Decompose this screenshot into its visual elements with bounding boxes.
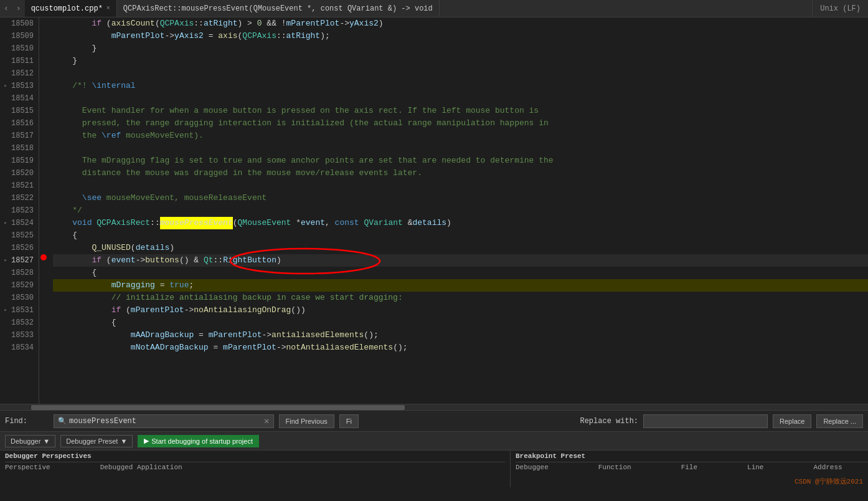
ln-18518: 18518 [2,142,34,155]
code-line-18525: { [53,229,868,242]
code-line-18533: mAADragBackup = mParentPlot->antialiased… [53,329,868,341]
breakpoint-dot-18527 [40,254,47,260]
find-input[interactable] [69,417,262,426]
start-debug-label: Start debugging of startup project [151,437,253,445]
code-editor[interactable]: if (axisCount(QCPAxis::atRight) > 0 && !… [48,17,868,404]
debugger-label: Debugger [11,437,40,445]
play-icon: ▶ [144,437,149,445]
debugger-bar: Debugger ▼ Debugger Preset ▼ ▶ Start deb… [0,431,868,450]
perspectives-tabs: Perspective Debugged Application [5,462,505,472]
editor-wrapper: 18508 18509 18510 18511 18512 ▸18513 185… [0,17,868,404]
debugger-preset-label: Debugger Preset [66,437,118,445]
ln-18521: 18521 [2,179,34,192]
nav-forward[interactable]: › [12,4,25,13]
tab-bar: ‹ › qcustomplot.cpp* × QCPAxisRect::mous… [0,0,868,17]
ln-18525: 18525 [2,229,34,242]
code-line-18517: the \ref mouseMoveEvent). [53,130,868,142]
ln-18520: 18520 [2,167,34,179]
code-line-18524: void QCPAxisRect::mousePressEvent(QMouse… [53,217,868,229]
tab-mousepressevent[interactable]: QCPAxisRect::mousePressEvent(QMouseEvent… [117,0,440,17]
ln-18534: 18534 [2,341,34,354]
code-line-18513: /*! \internal [53,80,868,92]
find-bar: Find: 🔍 ✕ Find Previous Fi Replace with:… [0,410,868,431]
code-line-18510: } [53,42,868,55]
col-function: Function [598,464,631,471]
code-line-18534: mNotAADragBackup = mParentPlot->notAntia… [53,341,868,354]
tab-mousepressevent-label: QCPAxisRect::mousePressEvent(QMouseEvent… [123,4,433,13]
code-line-18526: Q_UNUSED(details) [53,242,868,254]
code-line-18527: if (event->buttons() & Qt::RightButton) [53,254,868,267]
bottom-panels: Debugger Perspectives Perspective Debugg… [0,450,868,487]
code-line-18515: Event handler for when a mouse button is… [53,105,868,117]
ln-18513: ▸18513 [2,80,34,92]
ln-18531: ▸18531 [2,304,34,317]
replace-all-button[interactable]: Replace ... [816,414,863,428]
ln-18515: 18515 [2,105,34,117]
line-numbers: 18508 18509 18510 18511 18512 ▸18513 185… [0,17,39,404]
breakpoint-title: Breakpoint Preset [516,451,868,462]
col-line: Line [747,464,763,471]
code-line-18509: mParentPlot->yAxis2 = axis(QCPAxis::atRi… [53,30,868,42]
replace-input-wrapper [643,414,768,428]
ln-18514: 18514 [2,92,34,105]
code-line-18523: */ [53,204,868,217]
breakpoint-column [39,17,48,404]
ln-18532: 18532 [2,317,34,329]
scrollbar-thumb[interactable] [31,405,405,410]
ln-18524: ▸18524 [2,217,34,229]
tab-qcustomplot[interactable]: qcustomplot.cpp* × [25,0,117,17]
code-line-18519: The mDragging flag is set to true and so… [53,155,868,167]
start-debug-button[interactable]: ▶ Start debugging of startup project [138,435,259,447]
ln-18508: 18508 [2,17,34,30]
debugger-dropdown-arrow: ▼ [43,437,50,445]
tab-qcustomplot-close[interactable]: × [106,5,110,12]
tab-debugged-app[interactable]: Debugged Application [100,464,182,471]
find-label: Find: [5,417,49,426]
ln-18510: 18510 [2,42,34,55]
ln-18509: 18509 [2,30,34,42]
code-line-18518 [53,142,868,155]
code-line-18516: pressed, the range dragging interaction … [53,117,868,130]
ln-18527: ▸18527 [2,254,34,267]
code-line-18531: if (mParentPlot->noAntialiasingOnDrag()) [53,304,868,317]
ln-18526: 18526 [2,242,34,254]
code-line-18530: // initialize antialiasing backup in cas… [53,292,868,304]
find-prev-button[interactable]: Find Previous [279,414,334,428]
perspectives-title: Debugger Perspectives [5,451,505,462]
ln-18530: 18530 [2,292,34,304]
ln-18523: 18523 [2,204,34,217]
debugger-preset-arrow: ▼ [120,437,127,445]
ln-18512: 18512 [2,67,34,80]
code-line-18521 [53,179,868,192]
debugger-preset-dropdown[interactable]: Debugger Preset ▼ [60,435,133,447]
code-line-18528: { [53,267,868,279]
code-line-18512 [53,67,868,80]
ln-18533: 18533 [2,329,34,341]
nav-back[interactable]: ‹ [0,4,12,13]
code-line-18508: if (axisCount(QCPAxis::atRight) > 0 && !… [53,17,868,30]
code-line-18511: } [53,55,868,67]
find-clear-button[interactable]: ✕ [264,416,269,426]
find-search-icon: 🔍 [58,417,67,425]
code-line-18520: distance the mouse was dragged in the mo… [53,167,868,179]
ln-18516: 18516 [2,117,34,130]
tab-perspective[interactable]: Perspective [5,464,50,471]
col-address: Address [813,464,842,471]
replace-button[interactable]: Replace [773,414,811,428]
ln-18511: 18511 [2,55,34,67]
tab-encoding: Unix (LF) [812,0,868,17]
code-line-18522: \see mouseMoveEvent, mouseReleaseEvent [53,192,868,204]
code-line-18532: { [53,317,868,329]
code-line-18529: mDragging = true; [53,279,868,292]
replace-input[interactable] [648,417,763,426]
col-debuggee: Debuggee [516,464,549,471]
find-next-button[interactable]: Fi [339,414,359,428]
ln-18528: 18528 [2,267,34,279]
tab-qcustomplot-label: qcustomplot.cpp* [31,4,103,13]
find-input-wrapper: 🔍 ✕ [54,414,274,428]
ln-18519: 18519 [2,155,34,167]
horizontal-scrollbar[interactable] [0,404,868,410]
ln-18517: 18517 [2,130,34,142]
ln-18529: 18529 [2,279,34,292]
debugger-dropdown[interactable]: Debugger ▼ [5,435,55,447]
